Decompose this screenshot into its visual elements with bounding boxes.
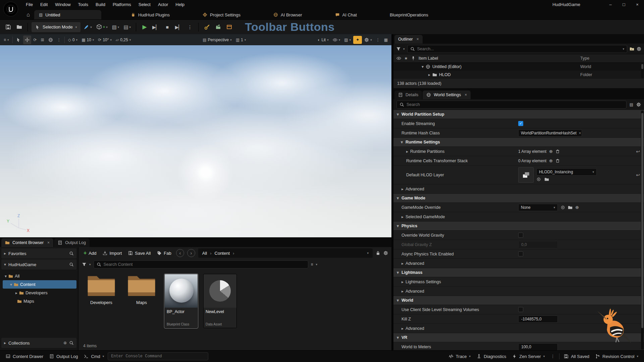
clapper-plugin-button[interactable] (213, 22, 223, 33)
sort-icon[interactable]: ≡ (311, 262, 313, 266)
visibility-column-icon[interactable] (396, 56, 401, 61)
column-item-label[interactable]: Item Label (419, 56, 580, 61)
add-element-icon[interactable]: ⊕ (549, 149, 553, 154)
tab-outliner[interactable]: Outliner × (394, 35, 423, 44)
tree-item-developers[interactable]: ▸Developers (3, 289, 76, 297)
menu-platforms[interactable]: Platforms (109, 0, 135, 9)
tree-item-maps[interactable]: Maps (3, 297, 76, 305)
close-icon[interactable]: × (417, 37, 419, 42)
tab-untitled[interactable]: ▧ Untitled (34, 10, 101, 19)
perspective-dropdown[interactable]: ▤ Perspective▾ (201, 36, 233, 44)
menu-select[interactable]: Select (135, 0, 154, 9)
game-view-toggle-button[interactable]: ✦ (353, 36, 362, 44)
checkbox-override-world-gravity[interactable]: ✓ (518, 233, 523, 238)
blueprints-menu-button[interactable]: ▧▾ (111, 22, 121, 33)
asset-tile-developers[interactable]: Developers (84, 274, 119, 305)
search-icon[interactable] (69, 341, 74, 345)
asset-tile-newlevel[interactable]: NewLevelData Asset (203, 274, 237, 328)
display-options-icon[interactable]: ▤ (630, 103, 633, 107)
maximize-button[interactable]: □ (617, 0, 631, 9)
transform-kebab-icon[interactable]: ⋮ (55, 36, 63, 44)
back-button[interactable]: ‹ (176, 249, 184, 257)
delete-elements-icon[interactable] (555, 159, 560, 163)
menu-help[interactable]: Help (172, 0, 188, 9)
menu-actor[interactable]: Actor (154, 0, 172, 9)
grid-snap-button[interactable]: ▦ 10▾ (80, 36, 96, 44)
project-sources-header[interactable]: ▾ HudHudGame (1, 259, 76, 269)
move-tool-button[interactable] (23, 36, 31, 44)
dropdown-default-hlod-layer[interactable]: HLOD0_Instancing▾ (536, 168, 597, 176)
add-element-icon[interactable]: ⊕ (549, 158, 553, 163)
filter-icon[interactable] (82, 262, 87, 267)
frame-skip-button[interactable]: ▶▏ (151, 22, 161, 33)
save-button[interactable] (3, 22, 13, 33)
breadcrumb[interactable]: All›Content›▾ (198, 248, 373, 258)
menu-edit[interactable]: Edit (37, 0, 51, 9)
pin-column-icon[interactable] (411, 56, 416, 61)
details-category-lightmass[interactable]: ▾Lightmass (393, 268, 644, 277)
checkbox-async-physics-tick-enabled[interactable]: ✓ (518, 251, 523, 256)
breadcrumb-all[interactable]: All (202, 251, 207, 256)
unreal-engine-logo-icon[interactable] (3, 2, 18, 16)
checkbox-enable-streaming[interactable]: ✓ (518, 121, 523, 126)
favorites-header[interactable]: ▸ Favorites (1, 248, 76, 258)
tabbar-menu-hudhud-plugins[interactable]: HudHud Plugins (127, 10, 173, 19)
search-icon[interactable] (69, 262, 74, 267)
reset-to-default-icon[interactable]: ↩ (636, 149, 640, 154)
eject-button[interactable]: ▶▏ (174, 22, 184, 33)
filter-icon[interactable] (396, 47, 401, 51)
forward-button[interactable]: › (187, 249, 195, 257)
star-column-icon[interactable]: ★ (404, 56, 408, 60)
statusbar-content-drawer[interactable]: Content Drawer (3, 351, 46, 362)
show-flags-dropdown[interactable]: ▾ (331, 36, 342, 44)
play-options-kebab-icon[interactable]: ⋮ (185, 22, 195, 33)
lock-icon[interactable] (376, 251, 380, 255)
tab-world-settings[interactable]: World Settings× (423, 90, 471, 99)
outliner-row-untitled-editor[interactable]: ▾Untitled (Editor)World (393, 63, 644, 71)
tab-content-browser[interactable]: Content Browser× (1, 238, 53, 247)
tabbar-menu-blueprintoperations[interactable]: BlueprintOperations (386, 10, 432, 19)
gear-icon[interactable] (636, 102, 641, 107)
details-category-physics[interactable]: ▾Physics (393, 222, 644, 231)
search-icon[interactable] (69, 251, 74, 256)
add-collection-icon[interactable]: ⊕ (63, 341, 67, 345)
select-tool-button[interactable] (14, 36, 22, 44)
asset-tile-maps[interactable]: Maps (124, 274, 159, 305)
viewport-kebab-icon[interactable]: ⋮ (374, 36, 382, 44)
menu-file[interactable]: File (22, 0, 37, 9)
statusbar-zen-server[interactable]: Zen Server▾ (509, 351, 548, 362)
console-command-input[interactable] (108, 352, 208, 360)
dropdown-gamemode-override[interactable]: None▾ (518, 204, 558, 211)
details-scrollbar[interactable] (641, 111, 644, 350)
key-plugin-button[interactable] (202, 22, 212, 33)
scale-tool-button[interactable]: ⊞ (39, 36, 46, 44)
fab-button[interactable]: Fab (155, 249, 173, 257)
outliner-search-box[interactable]: ▾ (407, 45, 627, 53)
menu-build[interactable]: Build (92, 0, 109, 9)
tree-item-content[interactable]: ▾Content (3, 280, 76, 289)
new-folder-icon[interactable]: + (630, 47, 634, 51)
view-mode-dropdown[interactable]: ◐ Lit▾ (316, 36, 330, 44)
details-category-game-mode[interactable]: ▾Game Mode (393, 194, 644, 203)
input-global-gravity-z[interactable]: 0,0 (518, 241, 558, 248)
asset-thumbnail[interactable] (518, 167, 534, 183)
add-actor-button[interactable]: +▾ (95, 22, 109, 33)
content-search-box[interactable] (94, 260, 308, 268)
scale-snap-button[interactable]: ▱ 0,25▾ (114, 36, 132, 44)
outliner-scrollbar[interactable] (641, 63, 644, 78)
save-all-button[interactable]: Save All (126, 249, 152, 257)
statusbar-revision-control[interactable]: Revision Control▾ (592, 351, 641, 362)
browse-content-button[interactable] (14, 22, 24, 33)
outliner-search-input[interactable] (417, 47, 621, 51)
statusbar-cmd[interactable]: Cmd▾ (81, 351, 107, 362)
menu-tools[interactable]: Tools (74, 0, 92, 9)
reset-to-default-icon[interactable]: ↩ (636, 172, 640, 178)
world-local-toggle-button[interactable] (47, 36, 55, 44)
tab-details[interactable]: Details (394, 90, 422, 99)
statusbar-trace[interactable]: Trace▾ (446, 351, 474, 362)
details-search-box[interactable] (396, 101, 627, 109)
tree-item-all[interactable]: ▾All (3, 272, 76, 280)
new-asset-icon[interactable]: ⊕ (575, 205, 579, 210)
checkbox-use-client-side-level-streaming-volumes[interactable]: ✓ (518, 307, 523, 312)
details-category-world[interactable]: ▾World (393, 296, 644, 305)
